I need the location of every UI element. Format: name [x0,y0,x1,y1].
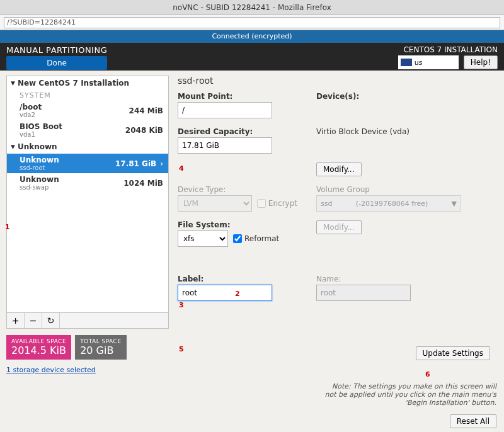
reload-button[interactable]: ↻ [42,313,60,328]
vnc-status: Connected (encrypted) [0,30,504,43]
help-button[interactable]: Help! [464,55,498,69]
encrypt-checkbox-row: Encrypt [257,199,297,208]
capacity-label: Desired Capacity: [178,127,297,136]
details-title: ssd-root [178,76,498,86]
filesystem-select[interactable]: xfs [178,230,228,247]
name-input [316,285,411,301]
chevron-down-icon: ▼ [11,80,15,86]
device-desc: Virtio Block Device (vda) [316,127,498,136]
chevron-down-icon: ▼ [452,200,457,208]
modify-vg-button: Modify... [316,220,362,234]
keyboard-layout-select[interactable]: us [398,55,459,69]
update-settings-button[interactable]: Update Settings [416,346,491,360]
reformat-checkbox-row[interactable]: Reformat [233,234,279,243]
partition-tree[interactable]: ▼ New CentOS 7 Installation SYSTEM /boot… [6,76,169,313]
filesystem-label: File System: [178,220,297,229]
url-bar [0,15,504,30]
install-title: CENTOS 7 INSTALLATION [403,45,498,54]
installer-header: MANUAL PARTITIONING Done CENTOS 7 INSTAL… [0,43,504,71]
browser-title: noVNC - SUBID 12284241 - Mozilla Firefox [0,0,504,15]
flag-icon [401,59,412,66]
label-label: Label: [178,275,297,283]
lang-code: us [415,59,423,67]
mount-point-input[interactable] [178,102,272,118]
encrypt-checkbox [257,199,266,208]
tree-section-new[interactable]: ▼ New CentOS 7 Installation [7,76,168,90]
add-partition-button[interactable]: + [7,313,25,328]
section-title: New CentOS 7 Installation [18,79,129,88]
device-type-select: LVM [178,195,252,212]
reset-all-button[interactable]: Reset All [450,414,496,428]
available-space-badge: AVAILABLE SPACE 2014.5 KiB [6,335,71,360]
url-input[interactable] [4,17,500,28]
name-label: Name: [316,275,498,283]
mount-point-label: Mount Point: [178,92,297,101]
capacity-input[interactable] [178,137,272,154]
remove-partition-button[interactable]: − [25,313,42,328]
tree-row-ssd-swap[interactable]: Unknownssd-swap 1024 MiB [7,173,168,193]
storage-devices-link[interactable]: 1 storage device selected [6,366,169,374]
section-title: Unknown [18,142,57,151]
total-space-badge: TOTAL SPACE 20 GiB [75,335,126,360]
device-type-label: Device Type: [178,185,297,194]
volume-group-label: Volume Group [316,185,498,194]
chevron-down-icon: ▼ [11,144,15,150]
label-input[interactable] [178,285,272,301]
group-system: SYSTEM [7,90,168,101]
tree-section-unknown[interactable]: ▼ Unknown [7,140,168,154]
volume-group-select: ssd (-20199768064 free) ▼ [316,195,461,212]
page-title: MANUAL PARTITIONING [6,45,107,55]
tree-row-ssd-root[interactable]: Unknownssd-root 17.81 GiB› [7,154,168,173]
reformat-checkbox[interactable] [233,234,242,243]
chevron-right-icon: › [160,159,163,168]
tree-row-biosboot[interactable]: BIOS Bootvda1 2048 KiB [7,120,168,140]
note-text: Note: The settings you make on this scre… [320,382,496,407]
modify-device-button[interactable]: Modify... [316,162,362,176]
devices-label: Device(s): [316,92,498,101]
tree-toolbar: + − ↻ [6,313,169,329]
done-button[interactable]: Done [6,56,107,70]
tree-row-boot[interactable]: /bootvda2 244 MiB [7,101,168,120]
anaconda-installer: MANUAL PARTITIONING Done CENTOS 7 INSTAL… [0,43,504,432]
